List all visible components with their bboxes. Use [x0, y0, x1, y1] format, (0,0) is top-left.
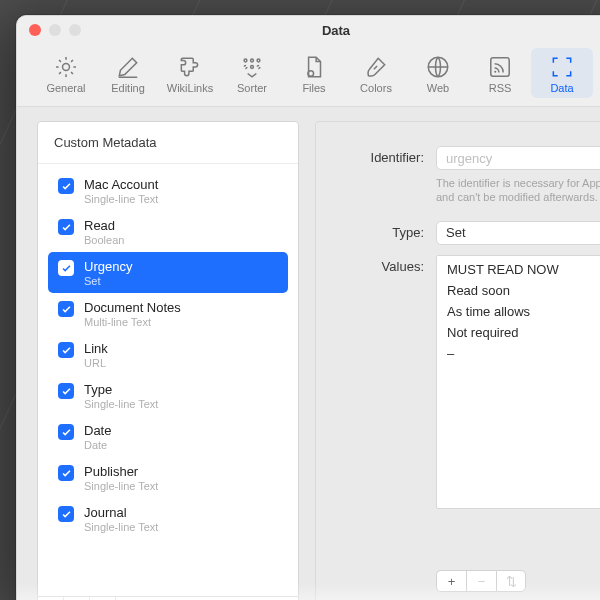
- toolbar-label: WikiLinks: [167, 82, 213, 94]
- toolbar-editing[interactable]: Editing: [97, 48, 159, 98]
- toolbar-label: Web: [427, 82, 449, 94]
- svg-point-6: [257, 66, 260, 69]
- remove-value-button[interactable]: −: [466, 570, 496, 592]
- checkbox-icon[interactable]: [58, 342, 74, 358]
- toolbar-files[interactable]: Files: [283, 48, 345, 98]
- item-label: Publisher: [84, 464, 158, 479]
- item-label: Document Notes: [84, 300, 181, 315]
- metadata-item-mac-account[interactable]: Mac AccountSingle-line Text: [48, 170, 288, 211]
- identifier-hint: The identifier is necessary for AppleScr…: [436, 170, 600, 211]
- svg-rect-9: [491, 58, 509, 76]
- toolbar-data[interactable]: Data: [531, 48, 593, 98]
- metadata-sidebar: Custom Metadata Mac AccountSingle-line T…: [37, 121, 299, 600]
- metadata-item-publisher[interactable]: PublisherSingle-line Text: [48, 457, 288, 498]
- item-label: Date: [84, 423, 111, 438]
- metadata-item-read[interactable]: ReadBoolean: [48, 211, 288, 252]
- toolbar-label: Sorter: [237, 82, 267, 94]
- svg-point-1: [244, 59, 247, 62]
- sidebar-footer: + − ✻▾: [38, 596, 298, 600]
- value-row[interactable]: Read soon: [447, 283, 600, 298]
- metadata-item-type[interactable]: TypeSingle-line Text: [48, 375, 288, 416]
- metadata-item-link[interactable]: LinkURL: [48, 334, 288, 375]
- svg-point-4: [244, 66, 247, 69]
- minimize-window-button[interactable]: [49, 24, 61, 36]
- toolbar-label: General: [46, 82, 85, 94]
- toolbar-colors[interactable]: Colors: [345, 48, 407, 98]
- preferences-window: Data GeneralEditingWikiLinksSorterFilesC…: [16, 15, 600, 600]
- toolbar-label: Data: [550, 82, 573, 94]
- crop-icon: [549, 54, 575, 80]
- close-window-button[interactable]: [29, 24, 41, 36]
- gear-icon: [53, 54, 79, 80]
- item-subtype: Date: [84, 439, 111, 451]
- sidebar-header: Custom Metadata: [38, 122, 298, 164]
- item-label: Journal: [84, 505, 158, 520]
- svg-point-5: [251, 66, 254, 69]
- value-row[interactable]: Not required: [447, 325, 600, 340]
- pencil-icon: [115, 54, 141, 80]
- metadata-item-journal[interactable]: JournalSingle-line Text: [48, 498, 288, 539]
- item-label: Urgency: [84, 259, 132, 274]
- add-metadata-button[interactable]: +: [38, 597, 64, 601]
- checkbox-icon[interactable]: [58, 219, 74, 235]
- toolbar-general[interactable]: General: [35, 48, 97, 98]
- window-title: Data: [17, 23, 600, 38]
- svg-point-3: [257, 59, 260, 62]
- checkbox-icon[interactable]: [58, 383, 74, 399]
- metadata-item-urgency[interactable]: UrgencySet: [48, 252, 288, 293]
- detail-pane: Identifier: urgency The identifier is ne…: [315, 121, 600, 600]
- svg-point-0: [63, 64, 70, 71]
- values-label: Values:: [328, 255, 436, 274]
- item-label: Link: [84, 341, 108, 356]
- values-listbox[interactable]: MUST READ NOWRead soonAs time allowsNot …: [436, 255, 600, 509]
- titlebar: Data: [17, 16, 600, 44]
- item-subtype: Set: [84, 275, 132, 287]
- remove-metadata-button[interactable]: −: [64, 597, 90, 601]
- globe-icon: [425, 54, 451, 80]
- toolbar-label: Editing: [111, 82, 145, 94]
- toolbar-label: Files: [302, 82, 325, 94]
- checkbox-icon[interactable]: [58, 506, 74, 522]
- metadata-actions-button[interactable]: ✻▾: [90, 597, 116, 601]
- toolbar-web[interactable]: Web: [407, 48, 469, 98]
- item-label: Type: [84, 382, 158, 397]
- content-area: Custom Metadata Mac AccountSingle-line T…: [17, 107, 600, 600]
- checkbox-icon[interactable]: [58, 424, 74, 440]
- svg-point-10: [494, 71, 496, 73]
- add-value-button[interactable]: +: [436, 570, 466, 592]
- brush-icon: [363, 54, 389, 80]
- metadata-list[interactable]: Mac AccountSingle-line TextReadBooleanUr…: [38, 164, 298, 596]
- identifier-field[interactable]: urgency: [436, 146, 600, 170]
- type-select[interactable]: Set: [436, 221, 600, 245]
- metadata-item-document-notes[interactable]: Document NotesMulti-line Text: [48, 293, 288, 334]
- item-label: Read: [84, 218, 124, 233]
- value-row[interactable]: MUST READ NOW: [447, 262, 600, 277]
- item-subtype: Boolean: [84, 234, 124, 246]
- sort-values-button[interactable]: ⇅: [496, 570, 526, 592]
- checkbox-icon[interactable]: [58, 260, 74, 276]
- rss-icon: [487, 54, 513, 80]
- metadata-item-date[interactable]: DateDate: [48, 416, 288, 457]
- item-subtype: Single-line Text: [84, 398, 158, 410]
- item-subtype: Multi-line Text: [84, 316, 181, 328]
- checkbox-icon[interactable]: [58, 465, 74, 481]
- zoom-window-button[interactable]: [69, 24, 81, 36]
- checkbox-icon[interactable]: [58, 178, 74, 194]
- item-subtype: Single-line Text: [84, 521, 158, 533]
- item-subtype: URL: [84, 357, 108, 369]
- file-icon: [301, 54, 327, 80]
- value-row[interactable]: –: [447, 346, 600, 361]
- value-row[interactable]: As time allows: [447, 304, 600, 319]
- identifier-label: Identifier:: [328, 146, 436, 165]
- puzzle-icon: [177, 54, 203, 80]
- toolbar-rss[interactable]: RSS: [469, 48, 531, 98]
- item-subtype: Single-line Text: [84, 193, 158, 205]
- type-label: Type:: [328, 221, 436, 240]
- preferences-toolbar: GeneralEditingWikiLinksSorterFilesColors…: [17, 44, 600, 107]
- traffic-lights: [29, 24, 81, 36]
- checkbox-icon[interactable]: [58, 301, 74, 317]
- toolbar-label: RSS: [489, 82, 512, 94]
- toolbar-wikilinks[interactable]: WikiLinks: [159, 48, 221, 98]
- item-label: Mac Account: [84, 177, 158, 192]
- toolbar-sorter[interactable]: Sorter: [221, 48, 283, 98]
